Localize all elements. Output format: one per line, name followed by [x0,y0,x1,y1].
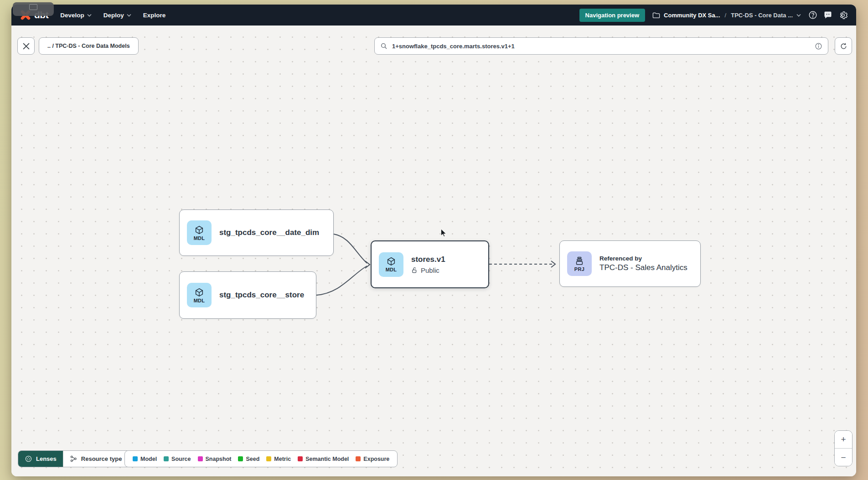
model-icon: MDL [187,220,212,245]
mouse-cursor [440,229,447,237]
nav-deploy-label: Deploy [103,12,124,19]
lineage-path-chip[interactable]: .. / TPC-DS - Core Data Models [39,37,139,55]
node-label: stg_tpcds_core__store [219,291,304,300]
legend-swatch [238,456,243,461]
legend-swatch [356,456,361,461]
graph-nodes-icon [70,455,78,463]
refresh-button[interactable] [835,37,852,55]
zoom-out-button[interactable]: − [835,449,852,466]
node-stg-tpcds-core-store[interactable]: MDL stg_tpcds_core__store [179,271,316,319]
breadcrumb-section: TPC-DS - Core Data ... [731,12,793,19]
app-window: dbt Develop Deploy Explore Navigation pr… [11,5,856,476]
node-type-tag: MDL [194,235,205,241]
lenses-label: Lenses [36,455,57,462]
legend-seed: Seed [238,456,259,462]
help-icon[interactable] [808,10,817,20]
refresh-icon [840,42,847,50]
search-input[interactable] [391,42,811,50]
nav-develop[interactable]: Develop [60,12,92,19]
desktop-background: dbt Develop Deploy Explore Navigation pr… [0,0,868,480]
cube-icon [194,225,204,235]
legend-swatch [133,456,138,461]
zoom-controls: + − [834,430,852,466]
lineage-search [374,37,828,55]
nav-explore-label: Explore [143,12,166,19]
node-label: TPC-DS - Sales Analytics [599,263,687,272]
node-eyebrow: Referenced by [599,255,687,262]
project-icon: PRJ [567,251,592,276]
breadcrumb-separator: / [725,12,727,19]
model-icon: MDL [379,252,403,277]
legend-swatch [198,456,203,461]
lenses-button[interactable]: Lenses [18,451,63,467]
chevron-down-icon [87,14,92,17]
legend-source: Source [164,456,191,462]
node-stg-tpcds-core-date-dim[interactable]: MDL stg_tpcds_core__date_dim [179,209,334,256]
legend-swatch [266,456,271,461]
cube-icon [386,256,396,266]
nav-explore[interactable]: Explore [143,12,166,19]
feedback-icon[interactable] [823,10,832,20]
search-icon [380,42,388,50]
node-type-tag: MDL [386,267,397,272]
cube-icon [194,287,204,297]
legend-semantic-model: Semantic Model [298,456,349,462]
info-icon[interactable] [815,42,822,50]
chevron-down-icon [796,14,801,17]
lineage-canvas[interactable]: .. / TPC-DS - Core Data Models MDL [11,26,856,476]
archive-icon [574,256,584,266]
close-lineage-button[interactable] [17,37,35,55]
top-navbar: dbt Develop Deploy Explore Navigation pr… [11,5,856,26]
legend-metric: Metric [266,456,291,462]
nav-develop-label: Develop [60,12,84,19]
zoom-in-button[interactable]: + [835,431,852,448]
resource-type-legend: Model Source Snapshot Seed Metric Semant… [124,450,398,467]
node-label: stg_tpcds_core__date_dim [219,228,319,237]
node-tpcds-sales-analytics[interactable]: PRJ Referenced by TPC-DS - Sales Analyti… [559,240,701,287]
model-icon: MDL [187,283,212,307]
lens-icon [25,455,32,463]
access-label: Public [421,266,439,274]
chevron-down-icon [127,14,131,17]
close-icon [23,43,30,50]
navigation-preview-badge[interactable]: Navigation preview [579,9,645,22]
screen-capture-pill [13,2,54,16]
lenses-control: Lenses Resource type [18,450,137,467]
legend-swatch [298,456,303,461]
node-type-tag: PRJ [574,266,584,272]
node-stores-v1[interactable]: MDL stores.v1 Public [371,240,489,288]
node-type-tag: MDL [194,298,205,303]
node-label: stores.v1 [411,255,445,264]
unlock-icon [411,267,418,274]
settings-gear-icon[interactable] [838,10,848,20]
legend-swatch [164,456,169,461]
nav-deploy[interactable]: Deploy [103,12,131,19]
legend-exposure: Exposure [356,456,389,462]
breadcrumb-project: Community DX Sa... [664,12,720,19]
folder-icon [652,12,660,19]
breadcrumb[interactable]: Community DX Sa... / TPC-DS - Core Data … [652,12,801,19]
resource-type-label: Resource type [81,455,122,462]
legend-snapshot: Snapshot [198,456,232,462]
node-access: Public [411,266,445,274]
legend-model: Model [133,456,157,462]
